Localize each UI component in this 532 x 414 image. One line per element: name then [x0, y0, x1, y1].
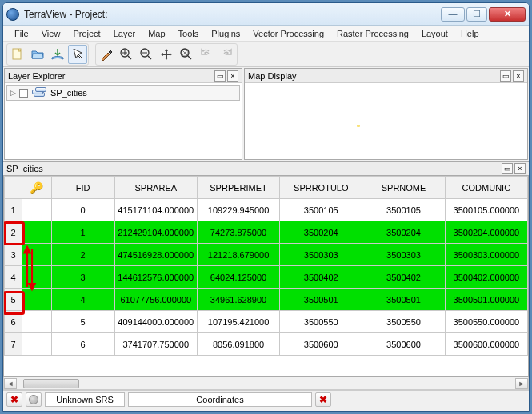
scroll-thumb[interactable] — [23, 379, 79, 388]
column-header-fid[interactable]: FID — [51, 177, 114, 199]
zoom-extent-icon[interactable] — [177, 45, 196, 64]
data-cell[interactable]: 3500600.000000 — [445, 333, 527, 356]
menu-plugins[interactable]: Plugins — [205, 27, 246, 40]
row-number-cell[interactable]: 4 — [5, 266, 22, 289]
key-cell[interactable] — [22, 311, 51, 333]
data-cell[interactable]: 415171104.000000 — [114, 199, 197, 221]
table-row[interactable]: 21212429104.00000074273.8750003500204350… — [5, 221, 528, 244]
data-cell[interactable]: 109229.945000 — [197, 199, 279, 221]
pan-tool-icon[interactable] — [157, 45, 176, 64]
menu-vector-processing[interactable]: Vector Processing — [246, 27, 330, 40]
column-header-sprrotulo[interactable]: SPRROTULO — [280, 177, 362, 199]
menu-raster-processing[interactable]: Raster Processing — [330, 27, 415, 40]
panel-float-button[interactable]: ▭ — [214, 70, 226, 82]
panel-close-button[interactable]: × — [513, 70, 524, 82]
corner-header[interactable] — [5, 177, 22, 199]
new-project-icon[interactable] — [8, 45, 27, 64]
data-cell[interactable]: 409144000.000000 — [114, 311, 197, 333]
table-row[interactable]: 65409144000.000000107195.421000350055035… — [5, 311, 528, 333]
data-cell[interactable]: 3500105 — [362, 199, 445, 221]
key-cell[interactable] — [22, 266, 51, 289]
row-number-cell[interactable]: 2 — [5, 221, 22, 244]
data-cell[interactable]: 6 — [51, 333, 114, 356]
key-cell[interactable] — [22, 199, 51, 221]
data-cell[interactable]: 3500303 — [362, 244, 445, 266]
data-cell[interactable]: 3 — [51, 266, 114, 289]
row-number-cell[interactable]: 1 — [5, 199, 22, 221]
map-canvas[interactable] — [245, 83, 527, 159]
data-cell[interactable]: 3500550.000000 — [445, 311, 527, 333]
srs-field[interactable]: Unknown SRS — [45, 392, 125, 407]
data-cell[interactable]: 3500550 — [280, 311, 362, 333]
row-number-cell[interactable]: 3 — [5, 244, 22, 266]
data-cell[interactable]: 212429104.000000 — [114, 221, 197, 244]
data-cell[interactable]: 34961.628900 — [197, 289, 279, 311]
minimize-button[interactable]: — — [441, 7, 465, 22]
data-cell[interactable]: 3741707.750000 — [114, 333, 197, 356]
table-grid[interactable]: 🔑 FID SPRAREA SPRPERIMET SPRROTULO SPRNO… — [3, 176, 529, 377]
key-cell[interactable] — [22, 333, 51, 356]
column-header-codmunic[interactable]: CODMUNIC — [445, 177, 527, 199]
open-project-icon[interactable] — [28, 45, 47, 64]
key-cell[interactable] — [22, 244, 51, 266]
menu-map[interactable]: Map — [142, 27, 171, 40]
coordinates-field[interactable]: Coordinates — [128, 392, 312, 407]
data-cell[interactable]: 3500550 — [362, 311, 445, 333]
data-cell[interactable]: 3500204 — [280, 221, 362, 244]
redo-icon[interactable] — [217, 45, 236, 64]
key-cell[interactable] — [22, 221, 51, 244]
panel-float-button[interactable]: ▭ — [502, 163, 513, 174]
data-cell[interactable]: 61077756.000000 — [114, 289, 197, 311]
column-header-sprnome[interactable]: SPRNOME — [362, 177, 445, 199]
save-project-icon[interactable] — [48, 45, 67, 64]
data-cell[interactable]: 3500105.000000 — [445, 199, 527, 221]
data-cell[interactable]: 3500402.000000 — [445, 266, 527, 289]
scroll-left-button[interactable]: ◄ — [4, 378, 17, 389]
data-cell[interactable]: 3500105 — [280, 199, 362, 221]
menu-layout[interactable]: Layout — [415, 27, 454, 40]
data-cell[interactable]: 3500303.000000 — [445, 244, 527, 266]
menu-help[interactable]: Help — [454, 27, 486, 40]
data-cell[interactable]: 3500402 — [362, 266, 445, 289]
table-row[interactable]: 43144612576.00000064024.1250003500402350… — [5, 266, 528, 289]
pointer-tool-icon[interactable] — [68, 45, 87, 64]
maximize-button[interactable]: ☐ — [466, 7, 487, 22]
data-cell[interactable]: 4 — [51, 289, 114, 311]
column-header-sprperimet[interactable]: SPRPERIMET — [197, 177, 279, 199]
key-column-header[interactable]: 🔑 — [22, 177, 51, 199]
menu-layer[interactable]: Layer — [107, 27, 142, 40]
menu-view[interactable]: View — [35, 27, 67, 40]
data-cell[interactable]: 144612576.000000 — [114, 266, 197, 289]
status-clear-button[interactable]: ✖ — [315, 392, 331, 407]
close-button[interactable]: ✕ — [489, 7, 526, 22]
scroll-right-button[interactable]: ► — [515, 378, 528, 389]
data-cell[interactable]: 3500501 — [362, 289, 445, 311]
layer-visibility-checkbox[interactable] — [19, 89, 28, 98]
row-number-cell[interactable]: 7 — [5, 333, 22, 356]
expand-arrow-icon[interactable]: ▷ — [10, 89, 16, 97]
table-row[interactable]: 5461077756.00000034961.62890035005013500… — [5, 289, 528, 311]
data-cell[interactable]: 3500204 — [362, 221, 445, 244]
data-cell[interactable]: 3500303 — [280, 244, 362, 266]
panel-close-button[interactable]: × — [227, 70, 238, 82]
table-row[interactable]: 10415171104.000000109229.945000350010535… — [5, 199, 528, 221]
panel-float-button[interactable]: ▭ — [500, 70, 511, 82]
menu-file[interactable]: File — [8, 27, 35, 40]
draw-tool-icon[interactable] — [97, 45, 116, 64]
data-cell[interactable]: 3500600 — [362, 333, 445, 356]
data-cell[interactable]: 5 — [51, 311, 114, 333]
data-cell[interactable]: 474516928.000000 — [114, 244, 197, 266]
status-cancel-button[interactable]: ✖ — [6, 392, 22, 407]
data-cell[interactable]: 64024.125000 — [197, 266, 279, 289]
menu-project[interactable]: Project — [66, 27, 106, 40]
key-cell[interactable] — [22, 289, 51, 311]
row-number-cell[interactable]: 5 — [5, 289, 22, 311]
menu-tools[interactable]: Tools — [172, 27, 206, 40]
data-cell[interactable]: 74273.875000 — [197, 221, 279, 244]
title-bar[interactable]: TerraView - Project: — ☐ ✕ — [3, 3, 529, 26]
panel-close-button[interactable]: × — [514, 163, 526, 174]
data-cell[interactable]: 3500501.000000 — [445, 289, 527, 311]
layer-tree-item[interactable]: ▷ SP_cities — [6, 85, 240, 101]
row-number-cell[interactable]: 6 — [5, 311, 22, 333]
status-globe-button[interactable] — [26, 392, 42, 407]
